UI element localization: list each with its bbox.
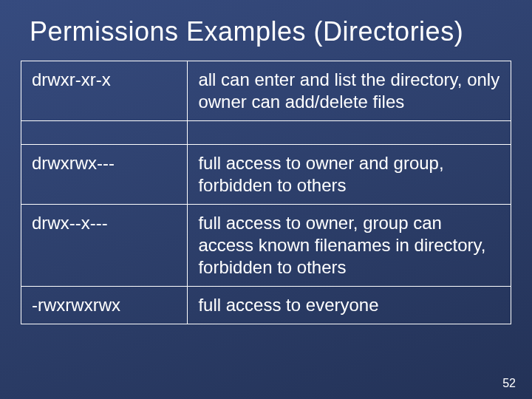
permissions-table-wrap: drwxr-xr-x all can enter and list the di… xyxy=(0,61,532,324)
permissions-table: drwxr-xr-x all can enter and list the di… xyxy=(21,61,511,324)
spacer-cell xyxy=(188,121,511,145)
permission-string: drwxr-xr-x xyxy=(21,61,188,121)
slide-number: 52 xyxy=(502,377,516,390)
spacer-cell xyxy=(21,121,188,145)
slide-title: Permissions Examples (Directories) xyxy=(0,0,532,61)
permission-string: drwxrwx--- xyxy=(21,145,188,205)
table-row: drwxrwx--- full access to owner and grou… xyxy=(21,145,511,205)
table-row: -rwxrwxrwx full access to everyone xyxy=(21,287,511,324)
permission-description: all can enter and list the directory, on… xyxy=(188,61,511,121)
permission-description: full access to owner and group, forbidde… xyxy=(188,145,511,205)
permission-description: full access to everyone xyxy=(188,287,511,324)
permission-string: -rwxrwxrwx xyxy=(21,287,188,324)
permission-string: drwx--x--- xyxy=(21,205,188,287)
table-row: drwxr-xr-x all can enter and list the di… xyxy=(21,61,511,121)
table-row: drwx--x--- full access to owner, group c… xyxy=(21,205,511,287)
permission-description: full access to owner, group can access k… xyxy=(188,205,511,287)
spacer-row xyxy=(21,121,511,145)
